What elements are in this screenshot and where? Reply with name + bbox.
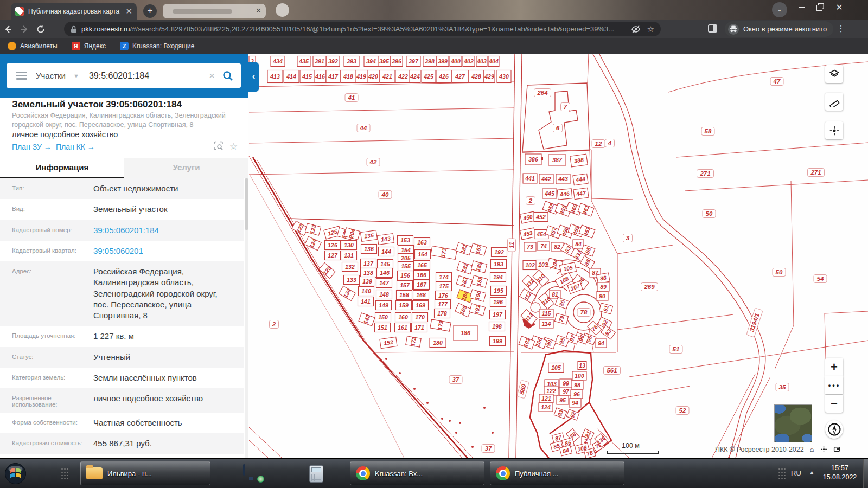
parcel-cell[interactable]: 447 [573,188,589,199]
parcel-cell[interactable]: 191 [469,303,486,316]
parcel-cell[interactable]: 90 [596,292,608,300]
parcel-cell[interactable]: 443 [556,174,570,184]
parcel-cell[interactable]: 159 [396,301,412,310]
parcel-cell[interactable]: 424 [410,70,420,83]
parcel-cell[interactable]: 442 [539,174,553,184]
parcel-cell[interactable]: 113 [521,309,538,325]
window-restore-button[interactable] [810,0,828,15]
parcel-cell[interactable]: 187 [470,242,487,256]
parcel-cell[interactable]: 84 [573,240,584,248]
parcel-label[interactable]: 50 [773,268,786,277]
parcel-cell[interactable]: 163 [414,238,430,247]
parcel-cell[interactable]: 441 [523,174,537,183]
parcel-cell[interactable]: 94 [569,399,581,407]
parcel-label[interactable]: 561 [604,367,621,375]
parcel-label[interactable]: 4 [605,139,615,147]
parcel-cell[interactable]: 141 [358,297,374,306]
taskbar-folder-window[interactable]: Ильвира - н... [80,461,210,485]
parcel-cell[interactable]: 13 [578,362,586,370]
parcel-cell[interactable]: 173 [431,246,457,259]
info-value[interactable]: 39:05:060201 [93,246,233,256]
parcel-cell[interactable]: 94 [596,339,607,348]
parcel-cell[interactable]: 174 [436,273,452,282]
parcel-cell[interactable]: 107 [567,281,583,293]
search-icon[interactable] [222,70,233,81]
parcel-cell[interactable]: 130 [341,241,357,250]
parcel-cell[interactable]: 93 [601,326,616,339]
back-button[interactable] [0,24,16,34]
parcel-cell[interactable]: 404 [488,56,499,67]
clear-search-icon[interactable]: × [209,70,215,82]
parcel-cell[interactable]: 158 [397,291,412,300]
tray-clock[interactable]: 15:57 15.08.2022 [816,464,863,481]
parcel-cell[interactable]: 95 [557,396,569,404]
parcel-cell[interactable]: 100 [572,371,586,380]
parcel-cell[interactable]: 96 [571,390,583,399]
parcel-cell[interactable]: 417 [326,70,340,83]
menu-hamburger-icon[interactable] [16,70,27,82]
parcel-label[interactable]: 47 [770,78,783,86]
parcel-cell[interactable]: 134 [339,286,355,301]
parcel-cell[interactable]: 170 [412,313,428,322]
parcel-cell[interactable]: 425 [422,70,436,83]
parcel-cell[interactable]: 164 [415,250,431,259]
parcel-cell[interactable]: 387 [548,155,566,165]
parcel-cell[interactable]: 172 [406,336,422,348]
parcel-cell[interactable]: 137 [361,259,376,268]
start-button[interactable] [4,463,27,485]
parcel-label[interactable]: 3 [623,234,633,242]
parcel-cell[interactable]: 152 [380,337,397,348]
parcel-cell[interactable]: 393 [344,56,359,67]
parcel-cell[interactable]: 190 [470,289,486,302]
parcel-cell[interactable]: 91 [599,303,612,314]
taskbar-chrome-kruassan[interactable]: Kruassan: Вх... [350,461,484,485]
parcel-cell[interactable]: 453 [520,228,536,240]
parcel-cell[interactable]: 398 [423,56,436,67]
parcel-cell[interactable]: 429 [484,70,495,83]
parcel-cell[interactable]: 148 [376,290,392,299]
parcel-label[interactable]: 35 [776,383,789,391]
parcel-cell[interactable]: 197 [490,310,506,319]
new-tab-button[interactable]: + [143,4,157,18]
parcel-cell[interactable]: 150 [375,313,391,322]
parcel-cell[interactable]: 446 [557,189,572,200]
parcel-cell[interactable]: 386 [525,154,541,165]
reload-button[interactable] [33,24,49,34]
parcel-cell[interactable]: 128 [318,262,335,279]
parcel-label[interactable]: 3194/1 [746,308,763,337]
parcel-label[interactable]: 269 [641,283,658,291]
parcel-label[interactable]: 264 [534,89,551,97]
info-value[interactable]: 39:05:060201:184 [93,225,233,236]
parcel-cell[interactable]: 418 [341,70,356,83]
parcel-cell[interactable]: 98 [571,381,583,389]
parcel-cell[interactable]: 133 [344,275,360,285]
plan-kk-link[interactable]: План КК → [56,143,95,151]
parcel-cell[interactable]: 192 [492,248,507,257]
parcel-cell[interactable]: 194 [490,273,506,282]
parcel-label[interactable]: 7 [561,103,570,111]
compass-button[interactable] [825,420,843,439]
minimap-satellite[interactable] [774,404,812,442]
zoom-in-button[interactable]: + [825,358,843,376]
parcel-cell[interactable]: 400 [450,56,462,67]
parcel-cell[interactable]: 124 [305,236,322,251]
parcel-cell[interactable]: 74 [538,242,550,251]
parcel-label[interactable]: 42 [367,158,380,166]
parcel-cell[interactable]: 88 [597,273,610,284]
parcel-cell[interactable]: 179 [430,319,451,332]
cadastral-map[interactable]: 3434435391392393394395396397398399400402… [248,54,868,458]
parcel-cell[interactable]: 92 [566,409,579,420]
taskbar-remote-desktop-icon[interactable] [243,465,261,480]
parcel-cell[interactable]: 395 [378,56,390,67]
scrollbar-thumb[interactable] [245,178,248,230]
parcel-cell[interactable]: 105 [548,363,564,373]
zoom-out-button[interactable]: − [825,395,843,413]
parcel-cell[interactable]: 139 [360,277,375,286]
parcel-cell[interactable]: 402 [463,56,475,67]
parcel-cell[interactable]: 420 [367,70,379,83]
parcel-cell[interactable]: 153 [398,236,413,245]
parcel-label[interactable]: 271 [697,170,714,178]
map-canvas[interactable]: 3434435391392393394395396397398399400402… [248,54,868,458]
parcel-cell[interactable]: 97 [560,387,572,396]
parcel-cell[interactable]: 140 [359,287,374,296]
